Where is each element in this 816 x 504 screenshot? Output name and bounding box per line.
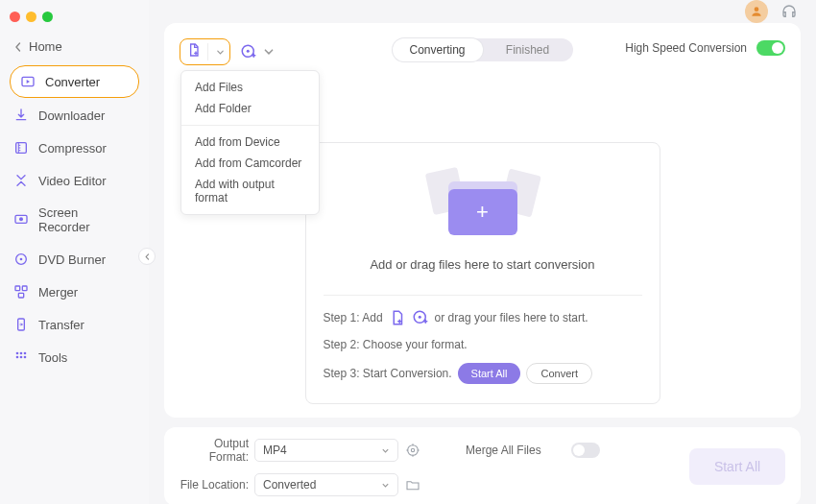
sidebar-item-label: Converter	[45, 75, 100, 89]
steps: Step 1: Add or drag your files here to s…	[324, 309, 642, 384]
sidebar-item-screen-recorder[interactable]: Screen Recorder	[0, 198, 139, 242]
plus-icon: +	[476, 200, 489, 225]
dropdown-option-add-with-output-format[interactable]: Add with output format	[181, 174, 319, 208]
chevron-down-icon	[214, 48, 226, 57]
svg-point-22	[411, 448, 414, 451]
downloader-icon	[13, 108, 29, 123]
window-controls	[0, 6, 149, 36]
svg-point-20	[418, 316, 420, 319]
svg-point-5	[20, 258, 23, 261]
disc-add-icon	[412, 309, 429, 326]
svg-point-15	[24, 356, 27, 359]
hsc-toggle[interactable]	[756, 40, 785, 56]
dropdown-option-add-files[interactable]: Add Files	[181, 77, 319, 98]
svg-rect-6	[15, 286, 20, 291]
start-all-button[interactable]: Start All	[689, 448, 785, 485]
start-all-mini-button[interactable]: Start All	[458, 363, 521, 384]
sidebar-item-label: DVD Burner	[38, 252, 106, 267]
file-location-value: Converted	[263, 478, 316, 492]
step-3: Step 3: Start Conversion. Start All Conv…	[324, 363, 642, 384]
collapse-sidebar-button[interactable]	[138, 248, 156, 265]
user-icon	[750, 5, 763, 18]
sidebar-item-merger[interactable]: Merger	[0, 276, 139, 307]
svg-point-16	[755, 7, 759, 12]
close-window-button[interactable]	[10, 12, 20, 22]
converter-icon	[20, 74, 36, 89]
add-file-icon	[389, 309, 406, 326]
chevron-down-icon	[381, 481, 390, 490]
step-1-prefix: Step 1: Add	[324, 311, 383, 324]
convert-mini-button[interactable]: Convert	[526, 363, 592, 384]
step-1: Step 1: Add or drag your files here to s…	[324, 309, 642, 326]
merge-toggle[interactable]	[571, 443, 600, 458]
nav-list: Converter Downloader Compressor Video Ed…	[0, 65, 149, 374]
svg-point-14	[20, 356, 23, 359]
file-location-select[interactable]: Converted	[254, 473, 398, 496]
chevron-left-icon	[13, 42, 23, 52]
sidebar-item-transfer[interactable]: Transfer	[0, 309, 139, 340]
sidebar-item-downloader[interactable]: Downloader	[0, 100, 139, 131]
folder-illustration: +	[435, 172, 531, 244]
screen-recorder-icon	[13, 212, 29, 228]
sidebar-item-compressor[interactable]: Compressor	[0, 132, 139, 163]
sidebar-item-label: Screen Recorder	[38, 205, 130, 234]
svg-rect-8	[18, 293, 23, 298]
svg-rect-1	[16, 143, 27, 154]
chevron-down-icon	[263, 43, 275, 60]
sidebar: Home Converter Downloader Compressor Vid…	[0, 0, 149, 504]
divider	[324, 295, 642, 296]
add-file-button[interactable]	[180, 38, 230, 65]
support-button[interactable]	[778, 0, 801, 23]
output-settings-button[interactable]	[398, 443, 427, 458]
svg-point-11	[20, 352, 23, 355]
tab-converting[interactable]: Converting	[393, 38, 483, 61]
transfer-icon	[13, 317, 29, 332]
svg-rect-7	[22, 286, 27, 291]
svg-point-21	[408, 445, 419, 456]
sidebar-item-video-editor[interactable]: Video Editor	[0, 165, 139, 196]
dropdown-option-add-folder[interactable]: Add Folder	[181, 98, 319, 119]
home-label: Home	[29, 39, 62, 54]
headset-icon	[780, 3, 798, 20]
chevron-down-icon	[381, 446, 390, 455]
chevron-left-icon	[143, 252, 152, 261]
dropzone-title: Add or drag files here to start conversi…	[370, 257, 594, 272]
tools-icon	[13, 349, 29, 365]
merge-label: Merge All Files	[466, 444, 571, 457]
open-folder-button[interactable]	[398, 477, 427, 492]
svg-point-3	[19, 217, 23, 221]
svg-point-12	[24, 352, 27, 355]
sidebar-item-dvd-burner[interactable]: DVD Burner	[0, 244, 139, 275]
home-link[interactable]: Home	[0, 36, 149, 65]
svg-point-10	[16, 352, 19, 355]
video-editor-icon	[13, 173, 29, 188]
dropdown-option-add-from-camcorder[interactable]: Add from Camcorder	[181, 153, 319, 174]
sidebar-item-label: Tools	[38, 350, 67, 365]
sidebar-item-label: Merger	[38, 285, 78, 300]
dvd-burner-icon	[13, 252, 29, 267]
add-disc-button[interactable]	[240, 43, 275, 60]
step-1-suffix: or drag your files here to start.	[435, 311, 588, 324]
hsc-label: High Speed Conversion	[625, 41, 747, 55]
sidebar-item-label: Compressor	[38, 141, 107, 156]
maximize-window-button[interactable]	[42, 12, 53, 22]
minimize-window-button[interactable]	[26, 12, 36, 22]
tab-switch: Converting Finished	[393, 38, 573, 61]
profile-button[interactable]	[745, 0, 768, 23]
sidebar-item-tools[interactable]: Tools	[0, 342, 139, 372]
add-file-icon	[186, 42, 202, 61]
bottom-bar: Output Format: MP4 Merge All Files Start…	[164, 427, 801, 504]
dropdown-option-add-from-device[interactable]: Add from Device	[181, 132, 319, 153]
svg-point-18	[247, 50, 250, 53]
output-format-label: Output Format:	[180, 437, 254, 464]
high-speed-conversion: High Speed Conversion	[625, 40, 785, 56]
svg-point-13	[16, 356, 19, 359]
dropzone[interactable]: + Add or drag files here to start conver…	[305, 142, 660, 404]
tab-finished[interactable]: Finished	[483, 38, 573, 61]
sidebar-item-label: Downloader	[38, 108, 105, 123]
sidebar-item-converter[interactable]: Converter	[10, 65, 139, 98]
output-format-select[interactable]: MP4	[254, 439, 398, 462]
topbar	[149, 0, 816, 23]
disc-add-icon	[240, 43, 257, 60]
sidebar-item-label: Transfer	[38, 318, 84, 332]
